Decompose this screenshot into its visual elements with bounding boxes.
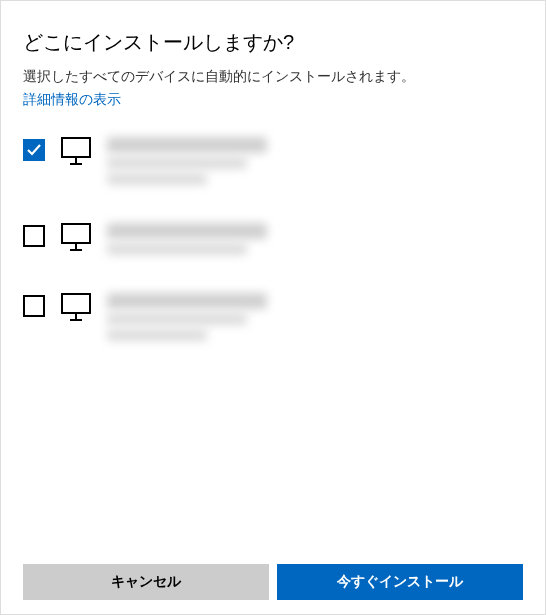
dialog-content: どこにインストールしますか? 選択したすべてのデバイスに自動的にインストールされ…	[1, 1, 545, 546]
show-details-link[interactable]: 詳細情報の表示	[23, 91, 121, 109]
dialog-footer: キャンセル 今すぐインストール	[23, 564, 523, 600]
svg-rect-0	[62, 138, 90, 157]
cancel-button[interactable]: キャンセル	[23, 564, 269, 600]
device-info	[107, 223, 267, 255]
device-info	[107, 293, 267, 341]
device-detail-redacted	[107, 329, 207, 341]
svg-rect-6	[62, 294, 90, 313]
device-detail-redacted	[107, 243, 247, 255]
device-item	[23, 293, 523, 341]
device-info	[107, 137, 267, 185]
page-title: どこにインストールしますか?	[23, 29, 523, 56]
subtitle-text: 選択したすべてのデバイスに自動的にインストールされます。	[23, 68, 523, 86]
device-checkbox[interactable]	[23, 295, 45, 317]
device-name-redacted	[107, 137, 267, 153]
check-icon	[26, 142, 42, 158]
monitor-icon	[61, 223, 91, 251]
device-list	[23, 137, 523, 341]
device-checkbox[interactable]	[23, 139, 45, 161]
device-detail-redacted	[107, 157, 247, 169]
monitor-icon	[61, 137, 91, 165]
device-name-redacted	[107, 293, 267, 309]
device-detail-redacted	[107, 173, 207, 185]
device-item	[23, 223, 523, 255]
device-detail-redacted	[107, 313, 247, 325]
device-checkbox[interactable]	[23, 225, 45, 247]
svg-rect-3	[62, 224, 90, 243]
device-item	[23, 137, 523, 185]
device-name-redacted	[107, 223, 267, 239]
install-now-button[interactable]: 今すぐインストール	[277, 564, 523, 600]
monitor-icon	[61, 293, 91, 321]
